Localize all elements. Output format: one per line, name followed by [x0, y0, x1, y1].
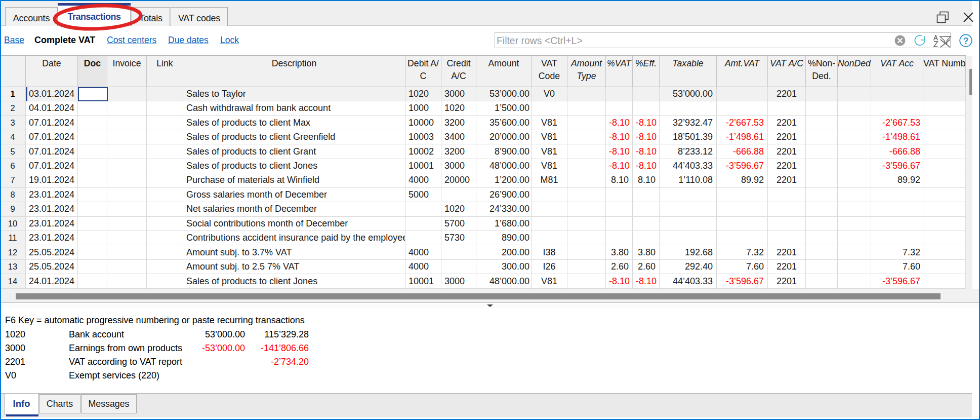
- svg-text:?: ?: [963, 36, 969, 46]
